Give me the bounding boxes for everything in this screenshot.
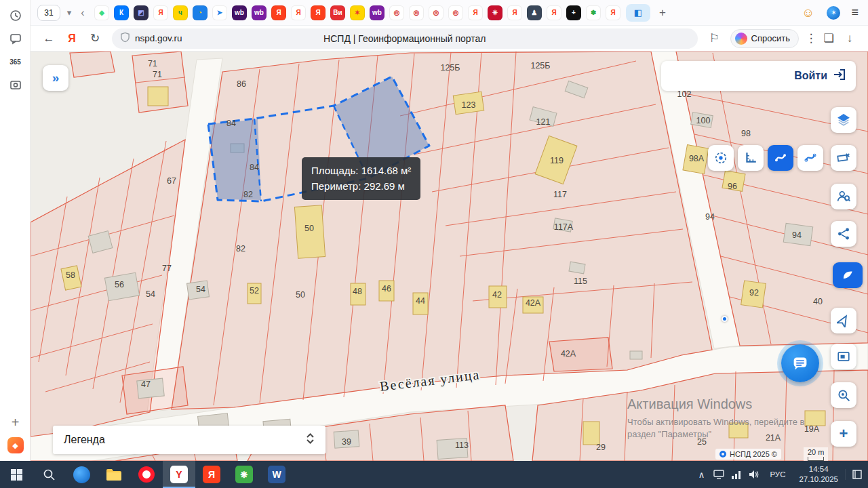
- browser-tab[interactable]: ❃: [586, 5, 601, 20]
- tabs-scroll-left-icon[interactable]: ‹: [77, 5, 89, 21]
- support-chat-button[interactable]: [781, 344, 819, 382]
- browser-tab[interactable]: ◆: [94, 5, 109, 20]
- browser-tab[interactable]: ✶: [350, 5, 365, 20]
- browser-tab[interactable]: ◎: [389, 5, 404, 20]
- browser-tab[interactable]: ➤: [212, 5, 227, 20]
- parcel-label: 86: [237, 79, 246, 89]
- browser-tab[interactable]: Ви: [330, 5, 345, 20]
- browser-tab[interactable]: ◔: [193, 5, 208, 20]
- browser-tab[interactable]: Я: [271, 5, 286, 20]
- search-icon: [43, 468, 55, 481]
- browser-tab[interactable]: Я: [507, 5, 522, 20]
- history-clock-icon[interactable]: [0, 4, 31, 27]
- taskbar-app-browser[interactable]: [65, 461, 98, 488]
- object-search-button[interactable]: [831, 184, 856, 209]
- yandex-home-icon[interactable]: Я: [60, 28, 83, 49]
- measure-tooltip: Площадь: 1614.68 м² Периметр: 292.69 м: [302, 157, 420, 200]
- browser-tab[interactable]: К: [114, 5, 129, 20]
- browser-tab[interactable]: ♟: [527, 5, 542, 20]
- taskbar-search-button[interactable]: [33, 461, 65, 488]
- point-measure-button[interactable]: [708, 145, 734, 171]
- notification-center-button[interactable]: [845, 469, 868, 480]
- parcel-label: 25: [697, 437, 707, 447]
- start-button[interactable]: [0, 461, 33, 488]
- taskbar-app-green[interactable]: ❋: [228, 461, 260, 488]
- active-tab[interactable]: ◧: [626, 4, 650, 22]
- yandex-y-icon: Y: [170, 466, 188, 483]
- downloads-icon[interactable]: ↓: [838, 28, 861, 49]
- browser-tab[interactable]: +: [566, 5, 581, 20]
- browser-tab[interactable]: ✳: [488, 5, 502, 20]
- browser-tab[interactable]: ◎: [429, 5, 443, 20]
- sync-badge-icon[interactable]: ✶: [827, 6, 840, 20]
- display-icon[interactable]: [710, 470, 728, 479]
- tray-expand-icon[interactable]: ∧: [692, 470, 710, 480]
- browser-menu-icon[interactable]: ≡: [851, 5, 859, 20]
- browser-tab[interactable]: ◎: [448, 5, 463, 20]
- parcel-label: 77: [162, 264, 172, 273]
- browser-tab[interactable]: ◎: [409, 5, 424, 20]
- browser-tab[interactable]: wb: [232, 5, 247, 20]
- area-measure-button-active[interactable]: [768, 145, 793, 171]
- parcel-label: 42: [492, 290, 502, 300]
- parcel-label: 40: [813, 297, 823, 306]
- parcel-label: 125Б: [440, 63, 460, 73]
- side-panels-icon[interactable]: ❏: [819, 28, 838, 49]
- angle-measure-button[interactable]: [738, 145, 764, 171]
- badge-365[interactable]: 365: [0, 50, 31, 73]
- tabs-dropdown-icon[interactable]: ▾: [63, 5, 75, 21]
- browser-tab[interactable]: wb: [370, 5, 384, 20]
- zoom-in-button[interactable]: +: [831, 421, 856, 447]
- url-text: nspd.gov.ru: [135, 33, 182, 43]
- clear-measure-button[interactable]: [831, 145, 856, 171]
- taskbar-app-opera[interactable]: [130, 461, 163, 488]
- person-search-icon: [837, 190, 850, 203]
- map-canvas[interactable]: Весёлая улица 71718684848267825058565477…: [31, 52, 868, 461]
- tray-date: 27.10.2025: [799, 474, 838, 485]
- tab-counter-button[interactable]: 31: [37, 5, 60, 21]
- network-icon[interactable]: [728, 470, 745, 479]
- taskbar-app-yandex-active[interactable]: Y: [163, 461, 195, 488]
- ask-alice-button[interactable]: Спросить: [730, 29, 799, 48]
- taskbar-clock[interactable]: 14:54 27.10.2025: [799, 464, 838, 485]
- reload-button[interactable]: ↻: [83, 28, 106, 49]
- browser-tab[interactable]: ч: [173, 5, 188, 20]
- language-indicator[interactable]: РУС: [770, 470, 785, 479]
- browser-tab[interactable]: Я: [606, 5, 620, 20]
- map-attribution: НСПД 2025 ©: [715, 449, 781, 460]
- taskbar-app-yandex-red[interactable]: Я: [195, 461, 228, 488]
- share-button[interactable]: [831, 221, 856, 247]
- mood-icon[interactable]: ☺: [802, 5, 814, 20]
- messenger-icon[interactable]: [0, 27, 31, 50]
- locate-button[interactable]: [831, 308, 856, 333]
- back-button[interactable]: ←: [37, 28, 60, 49]
- browser-tab[interactable]: Я: [547, 5, 561, 20]
- parcel-label: 39: [342, 437, 351, 447]
- browser-tab[interactable]: Я: [468, 5, 483, 20]
- browser-tab[interactable]: Я: [311, 5, 326, 20]
- legend-panel[interactable]: Легенда: [53, 426, 326, 454]
- layers-button[interactable]: [831, 107, 856, 133]
- browser-tab[interactable]: ◩: [134, 5, 149, 20]
- taskbar-app-word[interactable]: W: [260, 461, 293, 488]
- browser-tab[interactable]: Я: [291, 5, 306, 20]
- browser-tab[interactable]: Я: [153, 5, 168, 20]
- rail-add-icon[interactable]: +: [0, 411, 31, 434]
- bookmark-flag-icon[interactable]: ⚐: [703, 28, 726, 49]
- taskbar-file-explorer[interactable]: [98, 461, 130, 488]
- new-tab-button[interactable]: +: [654, 5, 671, 21]
- draw-tool-button[interactable]: [833, 262, 863, 288]
- yandex-services-icon[interactable]: ◆: [0, 434, 31, 457]
- cadastral-map: Весёлая улица 71718684848267825058565477…: [31, 52, 868, 461]
- screen: 365 + ◆ 31 ▾ ‹ ◆К◩Яч◔➤wbwbЯЯЯВи✶wb◎◎◎◎Я✳…: [0, 0, 868, 488]
- expand-panel-button[interactable]: »: [43, 65, 68, 91]
- extent-button[interactable]: [831, 344, 856, 369]
- address-bar[interactable]: nspd.gov.ru НСПД | Геоинформационный пор…: [112, 28, 698, 49]
- search-on-map-button[interactable]: [831, 382, 856, 408]
- browser-tab[interactable]: wb: [252, 5, 267, 20]
- volume-icon[interactable]: [745, 470, 763, 479]
- distance-measure-button[interactable]: [797, 145, 823, 171]
- kebab-menu-icon[interactable]: ⋮: [803, 28, 819, 49]
- screenshot-icon[interactable]: [0, 73, 31, 96]
- login-button[interactable]: Войти: [661, 61, 856, 91]
